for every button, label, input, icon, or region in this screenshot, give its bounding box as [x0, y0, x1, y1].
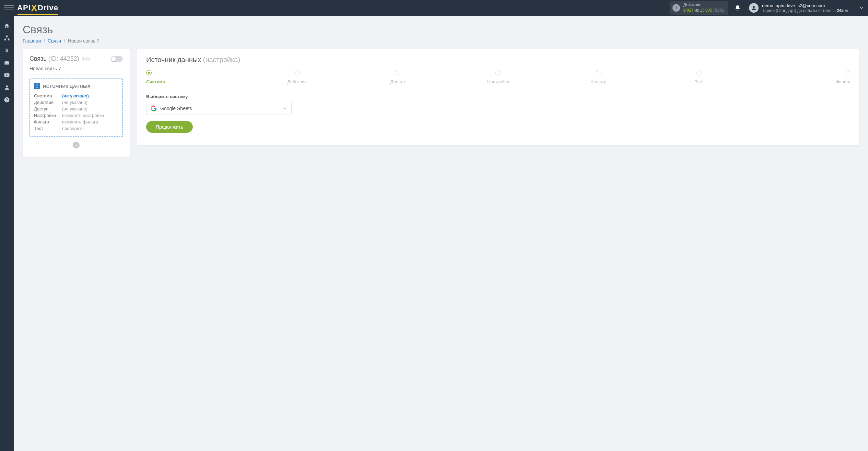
copy-icon[interactable]: ⎘: [82, 56, 84, 62]
source-row-key: Тест: [34, 126, 59, 131]
dollar-icon[interactable]: $: [0, 45, 14, 56]
setup-title: Источник данных (настройка): [146, 56, 850, 64]
breadcrumb-current: Новая связь 7: [68, 38, 99, 44]
user-email: demo_apix-drive_s2@com.com: [762, 3, 849, 8]
actions-label: Действия:: [683, 2, 725, 8]
source-row-value: проверить: [62, 126, 84, 131]
step-dot: [395, 70, 400, 75]
step-dot: [696, 70, 702, 75]
help-icon[interactable]: ?: [0, 94, 14, 106]
step-label: Фильтр: [549, 79, 649, 84]
user-icon[interactable]: [0, 82, 14, 93]
continue-button[interactable]: Продолжить: [146, 121, 193, 133]
breadcrumb: Главная / Связи / Новая связь 7: [23, 38, 859, 44]
connection-name: Новая связь 7: [30, 66, 123, 74]
step-dot: [294, 70, 300, 75]
step-label: Действие: [247, 79, 347, 84]
svg-rect-1: [6, 36, 8, 37]
breadcrumb-links[interactable]: Связи: [48, 38, 61, 44]
actions-total: 15'000: [700, 8, 712, 13]
svg-point-0: [753, 6, 755, 8]
source-block: 1 ИСТОЧНИК ДАННЫХ Система(не указано)Дей…: [30, 79, 123, 137]
logo-x: X: [31, 3, 37, 13]
chevron-down-icon: [282, 106, 287, 111]
step-тест[interactable]: Тест: [649, 70, 750, 84]
sitemap-icon[interactable]: [0, 32, 14, 44]
source-row-value[interactable]: (не указано): [62, 93, 89, 98]
source-row: Настройкиизменить настройки: [34, 112, 118, 119]
connection-title: Связь (ID: 44252) ⎘ ⚙: [30, 55, 90, 62]
source-row: Действие(не указано): [34, 99, 118, 106]
source-title: ИСТОЧНИК ДАННЫХ: [43, 84, 91, 89]
breadcrumb-home[interactable]: Главная: [23, 38, 41, 44]
bell-icon[interactable]: [735, 5, 744, 11]
stepper: СистемаДействиеДоступНастройкиФильтрТест…: [146, 70, 850, 84]
chevron-down-icon[interactable]: [859, 5, 864, 10]
avatar-icon: [749, 3, 759, 13]
add-destination-button[interactable]: +: [73, 142, 80, 149]
step-dot: [596, 70, 601, 75]
page-title: Связь: [23, 23, 859, 36]
source-row-value: изменить настройки: [62, 113, 104, 118]
home-icon[interactable]: [0, 20, 14, 32]
step-label: Финиш: [750, 79, 850, 84]
source-row: Тестпроверить: [34, 125, 118, 132]
step-label: Настройки: [448, 79, 548, 84]
source-row-value: изменить фильтр: [62, 119, 98, 124]
source-row-key: Фильтр: [34, 119, 59, 124]
svg-point-6: [6, 85, 8, 87]
source-number: 1: [34, 83, 40, 89]
svg-rect-3: [8, 39, 10, 40]
system-selected-value: Google Sheets: [160, 106, 192, 111]
step-доступ[interactable]: Доступ: [347, 70, 448, 84]
actions-counter[interactable]: i Действия: 8'017 из 15'000 (53%): [670, 1, 729, 14]
actions-of: из: [695, 8, 699, 13]
user-menu[interactable]: demo_apix-drive_s2@com.com Тариф |Станда…: [749, 3, 864, 13]
info-icon: i: [672, 4, 680, 12]
source-setup-card: Источник данных (настройка) СистемаДейст…: [137, 49, 859, 145]
system-field-label: Выберите систему: [146, 94, 850, 99]
source-row-key: Настройки: [34, 113, 59, 118]
connection-summary-card: Связь (ID: 44252) ⎘ ⚙ Новая связь 7 1 ИС…: [23, 49, 130, 157]
system-select[interactable]: Google Sheets: [146, 102, 292, 115]
step-label: Доступ: [347, 79, 448, 84]
logo-drive: Drive: [38, 3, 58, 12]
step-dot: [495, 70, 501, 75]
enable-toggle[interactable]: [110, 56, 123, 62]
gear-icon[interactable]: ⚙: [86, 56, 90, 62]
source-row-key[interactable]: Система: [34, 93, 59, 98]
step-действие[interactable]: Действие: [247, 70, 347, 84]
actions-used: 8'017: [683, 8, 694, 13]
source-row: Доступ(не указано): [34, 106, 118, 112]
step-настройки[interactable]: Настройки: [448, 70, 548, 84]
source-row: Система(не указано): [34, 93, 118, 99]
logo-api: API: [17, 3, 31, 12]
step-финиш[interactable]: Финиш: [750, 70, 850, 84]
source-row: Фильтризменить фильтр: [34, 119, 118, 125]
menu-toggle[interactable]: [4, 3, 14, 13]
user-tariff: Тариф |Стандарт| до оплаты осталось 245 …: [762, 8, 849, 13]
source-row-key: Действие: [34, 100, 59, 105]
step-dot: [845, 70, 850, 75]
source-row-value: (не указано): [62, 100, 87, 105]
youtube-icon[interactable]: [0, 69, 14, 81]
google-icon: [151, 105, 157, 111]
step-label: Система: [146, 79, 247, 84]
step-dot: [146, 70, 152, 75]
step-label: Тест: [649, 79, 750, 84]
logo[interactable]: API X Drive: [17, 3, 58, 13]
main-content: Связь Главная / Связи / Новая связь 7 Св…: [14, 16, 868, 451]
briefcase-icon[interactable]: [0, 57, 14, 69]
source-row-value: (не указано): [62, 106, 87, 111]
step-система[interactable]: Система: [146, 70, 247, 84]
step-фильтр[interactable]: Фильтр: [549, 70, 649, 84]
topbar: API X Drive i Действия: 8'017 из 15'000 …: [0, 0, 868, 16]
source-row-key: Доступ: [34, 106, 59, 111]
sidenav: $ ?: [0, 16, 14, 451]
svg-text:?: ?: [6, 98, 8, 102]
actions-percent: (53%): [713, 8, 724, 13]
svg-rect-2: [4, 39, 6, 40]
svg-text:$: $: [5, 47, 9, 53]
